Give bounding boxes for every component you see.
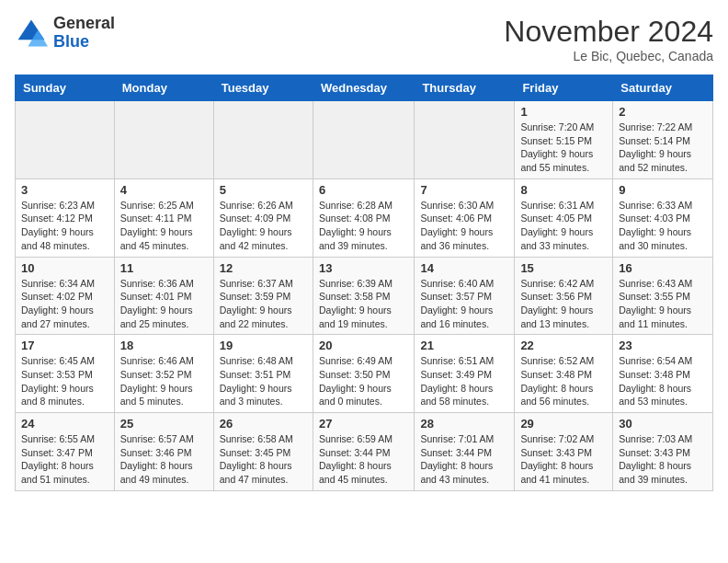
day-number: 20 (319, 339, 408, 352)
calendar-cell: 30Sunrise: 7:03 AM Sunset: 3:43 PM Dayli… (613, 413, 713, 491)
calendar-cell: 3Sunrise: 6:23 AM Sunset: 4:12 PM Daylig… (16, 178, 115, 257)
calendar-cell: 27Sunrise: 6:59 AM Sunset: 3:44 PM Dayli… (313, 413, 414, 491)
day-info: Sunrise: 6:42 AM Sunset: 3:56 PM Dayligh… (520, 277, 607, 331)
day-number: 3 (21, 183, 108, 197)
day-info: Sunrise: 6:43 AM Sunset: 3:55 PM Dayligh… (619, 277, 707, 331)
day-number: 28 (420, 417, 508, 431)
calendar-cell: 9Sunrise: 6:33 AM Sunset: 4:03 PM Daylig… (613, 178, 713, 257)
logo: General Blue (15, 15, 115, 52)
calendar-cell: 10Sunrise: 6:34 AM Sunset: 4:02 PM Dayli… (16, 257, 115, 335)
calendar-cell (313, 101, 414, 179)
day-number: 11 (120, 261, 208, 275)
day-info: Sunrise: 6:58 AM Sunset: 3:45 PM Dayligh… (220, 432, 307, 487)
calendar-cell: 1Sunrise: 7:20 AM Sunset: 5:15 PM Daylig… (515, 101, 613, 179)
day-number: 14 (420, 261, 508, 275)
calendar-cell: 13Sunrise: 6:39 AM Sunset: 3:58 PM Dayli… (313, 257, 414, 335)
day-number: 7 (420, 183, 508, 197)
day-info: Sunrise: 6:39 AM Sunset: 3:58 PM Dayligh… (319, 277, 408, 331)
column-header-monday: Monday (114, 75, 213, 101)
calendar-body: 1Sunrise: 7:20 AM Sunset: 5:15 PM Daylig… (16, 101, 713, 491)
day-info: Sunrise: 6:30 AM Sunset: 4:06 PM Dayligh… (420, 199, 508, 253)
column-header-tuesday: Tuesday (213, 75, 313, 101)
day-number: 18 (120, 339, 208, 352)
calendar-cell: 17Sunrise: 6:45 AM Sunset: 3:53 PM Dayli… (16, 335, 115, 413)
column-header-saturday: Saturday (613, 75, 713, 101)
day-info: Sunrise: 6:31 AM Sunset: 4:05 PM Dayligh… (520, 199, 607, 253)
day-number: 17 (21, 339, 108, 352)
day-number: 13 (319, 261, 408, 275)
day-info: Sunrise: 7:01 AM Sunset: 3:44 PM Dayligh… (420, 432, 508, 487)
calendar-cell: 21Sunrise: 6:51 AM Sunset: 3:49 PM Dayli… (415, 335, 515, 413)
calendar-cell: 29Sunrise: 7:02 AM Sunset: 3:43 PM Dayli… (515, 413, 613, 491)
calendar-cell (415, 101, 515, 179)
day-info: Sunrise: 6:37 AM Sunset: 3:59 PM Dayligh… (220, 277, 307, 331)
day-info: Sunrise: 6:59 AM Sunset: 3:44 PM Dayligh… (319, 432, 408, 487)
day-info: Sunrise: 6:49 AM Sunset: 3:50 PM Dayligh… (319, 354, 408, 408)
day-number: 6 (319, 183, 408, 197)
day-info: Sunrise: 7:20 AM Sunset: 5:15 PM Dayligh… (520, 121, 607, 175)
calendar-cell: 24Sunrise: 6:55 AM Sunset: 3:47 PM Dayli… (16, 413, 115, 491)
calendar-header: SundayMondayTuesdayWednesdayThursdayFrid… (16, 75, 713, 101)
calendar-cell: 8Sunrise: 6:31 AM Sunset: 4:05 PM Daylig… (515, 178, 613, 257)
calendar-table: SundayMondayTuesdayWednesdayThursdayFrid… (15, 75, 713, 491)
calendar-cell (16, 101, 115, 179)
week-row-2: 3Sunrise: 6:23 AM Sunset: 4:12 PM Daylig… (16, 178, 713, 257)
column-header-thursday: Thursday (415, 75, 515, 101)
day-number: 12 (220, 261, 307, 275)
day-info: Sunrise: 6:28 AM Sunset: 4:08 PM Dayligh… (319, 199, 408, 253)
day-info: Sunrise: 7:02 AM Sunset: 3:43 PM Dayligh… (520, 432, 607, 487)
logo-icon (15, 17, 48, 50)
calendar-cell: 28Sunrise: 7:01 AM Sunset: 3:44 PM Dayli… (415, 413, 515, 491)
day-number: 27 (319, 417, 408, 431)
day-number: 5 (220, 183, 307, 197)
calendar-cell: 5Sunrise: 6:26 AM Sunset: 4:09 PM Daylig… (213, 178, 313, 257)
day-info: Sunrise: 6:54 AM Sunset: 3:48 PM Dayligh… (619, 354, 707, 408)
calendar-cell: 23Sunrise: 6:54 AM Sunset: 3:48 PM Dayli… (613, 335, 713, 413)
day-info: Sunrise: 7:03 AM Sunset: 3:43 PM Dayligh… (619, 432, 707, 487)
day-number: 26 (220, 417, 307, 431)
calendar-cell: 2Sunrise: 7:22 AM Sunset: 5:14 PM Daylig… (613, 101, 713, 179)
calendar-cell: 19Sunrise: 6:48 AM Sunset: 3:51 PM Dayli… (213, 335, 313, 413)
day-info: Sunrise: 6:23 AM Sunset: 4:12 PM Dayligh… (21, 199, 108, 253)
day-info: Sunrise: 6:36 AM Sunset: 4:01 PM Dayligh… (120, 277, 208, 331)
day-number: 19 (220, 339, 307, 352)
day-info: Sunrise: 6:25 AM Sunset: 4:11 PM Dayligh… (120, 199, 208, 253)
week-row-1: 1Sunrise: 7:20 AM Sunset: 5:15 PM Daylig… (16, 101, 713, 179)
day-number: 22 (520, 339, 607, 352)
day-info: Sunrise: 6:46 AM Sunset: 3:52 PM Dayligh… (120, 354, 208, 408)
day-number: 30 (619, 417, 707, 431)
week-row-3: 10Sunrise: 6:34 AM Sunset: 4:02 PM Dayli… (16, 257, 713, 335)
day-info: Sunrise: 6:45 AM Sunset: 3:53 PM Dayligh… (21, 354, 108, 408)
calendar-cell: 26Sunrise: 6:58 AM Sunset: 3:45 PM Dayli… (213, 413, 313, 491)
day-info: Sunrise: 6:26 AM Sunset: 4:09 PM Dayligh… (220, 199, 307, 253)
day-info: Sunrise: 7:22 AM Sunset: 5:14 PM Dayligh… (619, 121, 707, 175)
calendar-cell: 25Sunrise: 6:57 AM Sunset: 3:46 PM Dayli… (114, 413, 213, 491)
day-number: 2 (619, 105, 707, 119)
day-number: 23 (619, 339, 707, 352)
day-number: 21 (420, 339, 508, 352)
week-row-4: 17Sunrise: 6:45 AM Sunset: 3:53 PM Dayli… (16, 335, 713, 413)
calendar-cell: 14Sunrise: 6:40 AM Sunset: 3:57 PM Dayli… (415, 257, 515, 335)
day-info: Sunrise: 6:52 AM Sunset: 3:48 PM Dayligh… (520, 354, 607, 408)
column-header-friday: Friday (515, 75, 613, 101)
logo-blue: Blue (53, 32, 89, 51)
calendar-cell: 20Sunrise: 6:49 AM Sunset: 3:50 PM Dayli… (313, 335, 414, 413)
day-info: Sunrise: 6:57 AM Sunset: 3:46 PM Dayligh… (120, 432, 208, 487)
month-title: November 2024 (504, 15, 713, 49)
day-info: Sunrise: 6:34 AM Sunset: 4:02 PM Dayligh… (21, 277, 108, 331)
day-number: 29 (520, 417, 607, 431)
day-info: Sunrise: 6:33 AM Sunset: 4:03 PM Dayligh… (619, 199, 707, 253)
day-number: 16 (619, 261, 707, 275)
location: Le Bic, Quebec, Canada (504, 49, 713, 63)
day-info: Sunrise: 6:51 AM Sunset: 3:49 PM Dayligh… (420, 354, 508, 408)
calendar-cell (114, 101, 213, 179)
week-row-5: 24Sunrise: 6:55 AM Sunset: 3:47 PM Dayli… (16, 413, 713, 491)
day-number: 8 (520, 183, 607, 197)
day-info: Sunrise: 6:55 AM Sunset: 3:47 PM Dayligh… (21, 432, 108, 487)
day-info: Sunrise: 6:48 AM Sunset: 3:51 PM Dayligh… (220, 354, 307, 408)
day-number: 15 (520, 261, 607, 275)
column-header-sunday: Sunday (16, 75, 115, 101)
day-number: 4 (120, 183, 208, 197)
calendar-cell: 7Sunrise: 6:30 AM Sunset: 4:06 PM Daylig… (415, 178, 515, 257)
day-number: 24 (21, 417, 108, 431)
